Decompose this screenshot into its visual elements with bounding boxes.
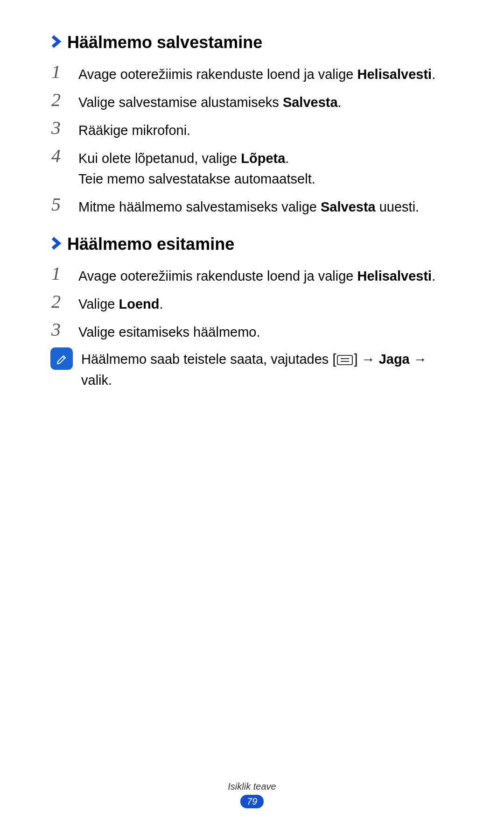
note-text: Häälmemo saab teistele saata, vajutades …: [81, 347, 427, 389]
heading-text-1: Häälmemo salvestamine: [67, 33, 262, 52]
chevron-icon: [51, 235, 62, 254]
step-item: 3 Valige esitamiseks häälmemo.: [51, 319, 453, 342]
note-pencil-icon: [50, 347, 73, 370]
step-number: 3: [51, 118, 72, 138]
step-item: 2 Valige Loend.: [51, 291, 453, 314]
step-content: Avage ooterežiimis rakenduste loend ja v…: [78, 62, 453, 84]
note-row: Häälmemo saab teistele saata, vajutades …: [50, 347, 453, 389]
step-content: Valige esitamiseks häälmemo.: [78, 319, 453, 342]
step-content: Valige Loend.: [78, 291, 453, 314]
section-heading-1: Häälmemo salvestamine: [51, 33, 453, 52]
chevron-icon: [51, 34, 62, 52]
section-heading-2: Häälmemo esitamine: [51, 234, 453, 254]
step-item: 4 Kui olete lõpetanud, valige Lõpeta. Te…: [51, 146, 453, 189]
step-number: 5: [51, 194, 72, 215]
step-number: 2: [51, 90, 72, 110]
step-item: 1 Avage ooterežiimis rakenduste loend ja…: [51, 62, 453, 84]
footer-section-label: Isiklik teave: [0, 781, 504, 792]
step-item: 2 Valige salvestamise alustamiseks Salve…: [51, 90, 453, 112]
svg-rect-0: [337, 355, 352, 365]
page-number-badge: 79: [240, 795, 264, 808]
step-content: Valige salvestamise alustamiseks Salvest…: [78, 90, 453, 112]
step-content: Mitme häälmemo salvestamiseks valige Sal…: [78, 194, 453, 217]
step-number: 1: [51, 62, 72, 82]
step-number: 1: [51, 263, 72, 284]
step-content: Avage ooterežiimis rakenduste loend ja v…: [78, 263, 453, 286]
step-number: 3: [51, 319, 72, 340]
step-content: Rääkige mikrofoni.: [78, 118, 453, 140]
menu-key-icon: [337, 351, 353, 370]
step-item: 5 Mitme häälmemo salvestamiseks valige S…: [51, 194, 453, 217]
step-number: 2: [51, 291, 72, 312]
step-number: 4: [51, 146, 72, 166]
step-content: Kui olete lõpetanud, valige Lõpeta. Teie…: [78, 146, 453, 189]
heading-text-2: Häälmemo esitamine: [67, 234, 234, 254]
step-item: 1 Avage ooterežiimis rakenduste loend ja…: [51, 263, 453, 286]
page-footer: Isiklik teave 79: [0, 781, 504, 808]
step-item: 3 Rääkige mikrofoni.: [51, 118, 453, 140]
step-subtext: Teie memo salvestatakse automaatselt.: [78, 169, 453, 189]
